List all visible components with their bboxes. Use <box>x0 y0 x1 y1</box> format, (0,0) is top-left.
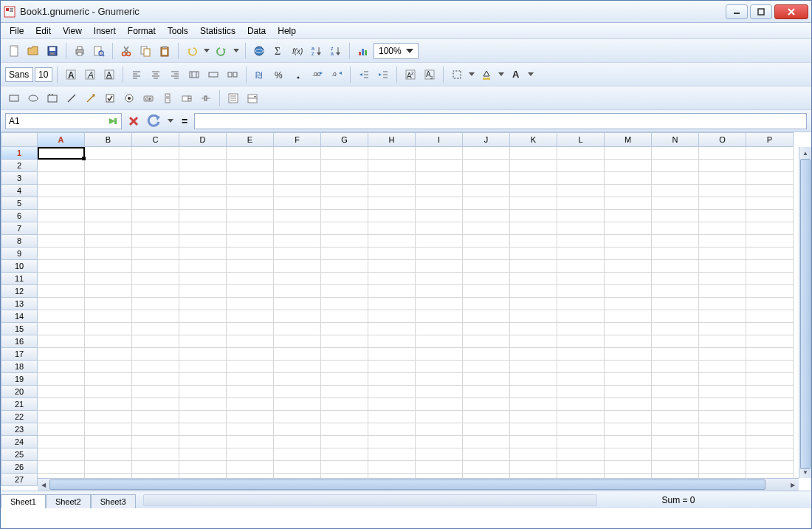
cell[interactable] <box>321 310 368 323</box>
cell[interactable] <box>274 160 321 172</box>
cell[interactable] <box>132 172 179 185</box>
name-box[interactable]: A1 <box>5 113 122 129</box>
row-header[interactable]: 18 <box>1 361 38 373</box>
list-icon[interactable] <box>224 89 242 107</box>
cell[interactable] <box>274 461 321 474</box>
cell[interactable] <box>416 185 463 197</box>
cell[interactable] <box>132 335 179 348</box>
cell[interactable] <box>368 285 416 298</box>
cell[interactable] <box>38 323 85 335</box>
cell[interactable] <box>746 361 794 373</box>
cell[interactable] <box>274 185 321 197</box>
cell[interactable] <box>605 235 652 248</box>
cell[interactable] <box>557 210 605 222</box>
column-header[interactable]: K <box>510 132 557 147</box>
cell[interactable] <box>416 335 463 348</box>
cell[interactable] <box>274 310 321 323</box>
column-header[interactable]: M <box>605 132 652 147</box>
cell[interactable] <box>85 373 132 386</box>
cell[interactable] <box>85 335 132 348</box>
cell[interactable] <box>368 197 416 210</box>
column-header[interactable]: J <box>463 132 510 147</box>
cell[interactable] <box>321 461 368 474</box>
cell[interactable] <box>699 436 746 448</box>
cell[interactable] <box>132 273 179 285</box>
cell[interactable] <box>38 461 85 474</box>
save-file-icon[interactable] <box>44 42 61 60</box>
font-name-input[interactable] <box>5 67 33 82</box>
cell[interactable] <box>321 160 368 172</box>
row-header[interactable]: 6 <box>1 210 38 222</box>
cell[interactable] <box>699 235 746 248</box>
cell[interactable] <box>179 411 227 423</box>
cell[interactable] <box>38 448 85 461</box>
cell[interactable] <box>699 411 746 423</box>
cell[interactable] <box>605 348 652 361</box>
vscroll-thumb[interactable] <box>800 159 811 469</box>
cell[interactable] <box>557 448 605 461</box>
cell[interactable] <box>699 348 746 361</box>
hyperlink-icon[interactable] <box>250 42 268 60</box>
cell[interactable] <box>652 172 699 185</box>
cell[interactable] <box>463 260 510 273</box>
column-header[interactable]: F <box>274 132 321 147</box>
cell[interactable] <box>227 373 274 386</box>
cell[interactable] <box>557 185 605 197</box>
split-cells-icon[interactable] <box>224 66 241 83</box>
cell[interactable] <box>699 222 746 235</box>
cell[interactable] <box>321 285 368 298</box>
accept-dropdown[interactable] <box>166 113 175 129</box>
cell[interactable] <box>463 185 510 197</box>
column-header[interactable]: D <box>179 132 227 147</box>
cell[interactable] <box>557 373 605 386</box>
cell[interactable] <box>557 411 605 423</box>
cell[interactable] <box>132 461 179 474</box>
cell[interactable] <box>699 197 746 210</box>
cell[interactable] <box>179 448 227 461</box>
cell[interactable] <box>605 160 652 172</box>
cell[interactable] <box>368 210 416 222</box>
cell[interactable] <box>557 436 605 448</box>
cell[interactable] <box>368 185 416 197</box>
row-header[interactable]: 16 <box>1 335 38 348</box>
cell[interactable] <box>179 461 227 474</box>
cell[interactable] <box>179 248 227 260</box>
cell[interactable] <box>605 361 652 373</box>
cell[interactable] <box>132 448 179 461</box>
cell[interactable] <box>463 147 510 160</box>
cell[interactable] <box>463 160 510 172</box>
cell[interactable] <box>510 461 557 474</box>
cell[interactable] <box>132 197 179 210</box>
cell[interactable] <box>274 448 321 461</box>
cell[interactable] <box>416 222 463 235</box>
scroll-right-icon[interactable]: ▶ <box>787 479 799 491</box>
row-header[interactable]: 17 <box>1 348 38 361</box>
cell[interactable] <box>274 335 321 348</box>
cell[interactable] <box>416 147 463 160</box>
row-header[interactable]: 13 <box>1 298 38 310</box>
row-header[interactable]: 21 <box>1 398 38 411</box>
cell[interactable] <box>85 461 132 474</box>
cell[interactable] <box>416 386 463 398</box>
cell[interactable] <box>227 461 274 474</box>
cell[interactable] <box>557 222 605 235</box>
cell[interactable] <box>85 423 132 436</box>
cell[interactable] <box>605 298 652 310</box>
row-header[interactable]: 20 <box>1 386 38 398</box>
font-size-input[interactable] <box>35 67 52 82</box>
cell[interactable] <box>699 373 746 386</box>
cell[interactable] <box>227 185 274 197</box>
merge-cells-icon[interactable] <box>204 66 222 83</box>
cell[interactable] <box>746 160 794 172</box>
cell[interactable] <box>179 235 227 248</box>
row-header[interactable]: 9 <box>1 248 38 260</box>
cell[interactable] <box>416 461 463 474</box>
cell[interactable] <box>416 273 463 285</box>
cell[interactable] <box>179 210 227 222</box>
cell[interactable] <box>274 386 321 398</box>
cell[interactable] <box>179 147 227 160</box>
row-header[interactable]: 15 <box>1 323 38 335</box>
cell[interactable] <box>463 436 510 448</box>
cell[interactable] <box>510 448 557 461</box>
cell[interactable] <box>652 423 699 436</box>
